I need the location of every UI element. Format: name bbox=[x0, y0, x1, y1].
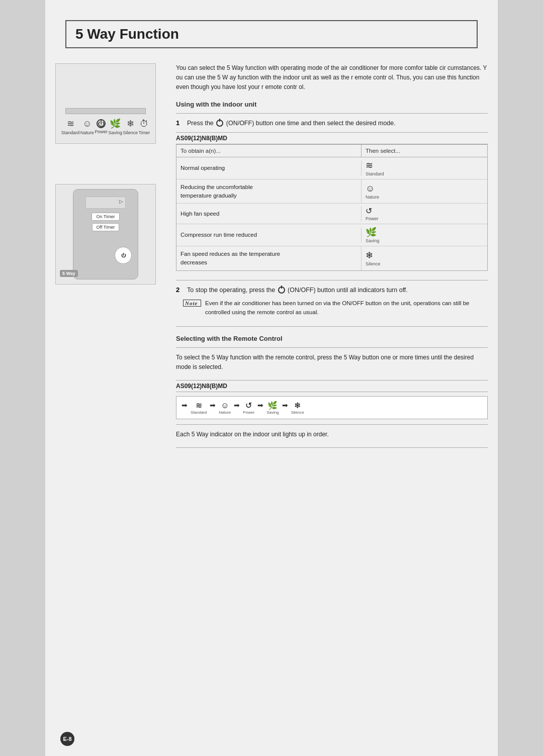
seq-standard-label: Standard bbox=[191, 410, 207, 415]
silence-mode-icon: ❄ bbox=[366, 250, 373, 261]
power-icon: ⏻ bbox=[97, 119, 106, 128]
standard-label: Standard bbox=[61, 130, 80, 135]
on-timer-button[interactable]: On Timer bbox=[92, 213, 119, 221]
mode-table: To obtain a(n)... Then select... Normal … bbox=[176, 144, 488, 271]
table-cell-left-1: Normal operating bbox=[176, 160, 361, 176]
divider-5 bbox=[176, 424, 488, 425]
table-row: Normal operating ≋ Standard bbox=[176, 157, 487, 179]
saving-label: Saving bbox=[108, 130, 122, 135]
table-cell-right-2: ☺ Nature bbox=[361, 181, 487, 202]
power-mode-label: Power bbox=[366, 216, 379, 221]
table-cell-left-5: Fan speed reduces as the temperaturedecr… bbox=[176, 246, 361, 270]
seq-item-silence: ❄ Silence bbox=[291, 401, 304, 415]
seq-arrow-1: ➡ bbox=[210, 401, 216, 409]
page: 5 Way Function ≋ Standard ☺ Nature bbox=[45, 0, 498, 756]
nature-icon-item: ☺ Nature bbox=[80, 119, 94, 135]
step-2-text: To stop the operating, press the (ON/OFF… bbox=[187, 286, 408, 295]
step-1-row: 1 Press the (ON/OFF) button one time and… bbox=[176, 119, 488, 128]
remote-section: Selecting with the Remote Control To sel… bbox=[176, 335, 488, 448]
step-1-block: 1 Press the (ON/OFF) button one time and… bbox=[176, 119, 488, 271]
indoor-section-title: Using with the indoor unit bbox=[176, 101, 488, 108]
intro-text: You can select the 5 Way function with o… bbox=[176, 63, 488, 92]
silence-icon-item: ❄ Silence bbox=[123, 118, 138, 135]
power-button[interactable]: ⏻ bbox=[115, 247, 132, 264]
seq-power-label: Power bbox=[243, 410, 254, 415]
saving-icon-item: 🌿 Saving bbox=[108, 118, 122, 135]
standard-mode-label: Standard bbox=[366, 171, 384, 176]
page-title: 5 Way Function bbox=[75, 26, 179, 42]
content-area: ≋ Standard ☺ Nature ⏻ Power 🌿 Saving bbox=[45, 63, 498, 456]
table-header-left: To obtain a(n)... bbox=[176, 145, 361, 157]
seq-arrow-2: ➡ bbox=[234, 401, 240, 409]
saving-mode-icon: 🌿 bbox=[366, 227, 377, 238]
five-way-badge: 5 Way bbox=[60, 270, 78, 277]
seq-item-saving: 🌿 Saving bbox=[266, 401, 279, 415]
power-mode-icon: ↺ bbox=[366, 206, 372, 216]
divider-6 bbox=[176, 447, 488, 448]
power-icon-inline-1 bbox=[216, 120, 223, 127]
standard-icon: ≋ bbox=[67, 118, 74, 129]
table-cell-right-4: 🌿 Saving bbox=[361, 224, 487, 246]
seq-power-icon: ↺ bbox=[245, 401, 252, 410]
seq-silence-icon: ❄ bbox=[294, 401, 301, 410]
table-cell-left-4: Compressor run time reduced bbox=[176, 227, 361, 243]
display-arrow-icon: ▷ bbox=[119, 199, 123, 204]
standard-icon-item: ≋ Standard bbox=[61, 118, 80, 135]
power-icon-bar-2 bbox=[281, 286, 282, 289]
table-row: High fan speed ↺ Power bbox=[176, 204, 487, 224]
table-cell-right-1: ≋ Standard bbox=[361, 157, 487, 179]
indoor-section: Using with the indoor unit 1 Press the (… bbox=[176, 101, 488, 327]
nature-label: Nature bbox=[80, 130, 94, 135]
divider-4 bbox=[176, 347, 488, 348]
silence-mode-label: Silence bbox=[366, 261, 381, 266]
seq-saving-icon: 🌿 bbox=[267, 401, 278, 410]
nature-icon: ☺ bbox=[82, 119, 92, 129]
nature-mode-label: Nature bbox=[366, 195, 379, 200]
power-icon-inline-2 bbox=[278, 287, 285, 294]
off-timer-button[interactable]: Off Timer bbox=[92, 223, 120, 231]
silence-label: Silence bbox=[123, 130, 138, 135]
step-2-row: 2 To stop the operating, press the (ON/O… bbox=[176, 286, 488, 295]
table-cell-right-5: ❄ Silence bbox=[361, 247, 487, 269]
divider-3 bbox=[176, 326, 488, 327]
page-number: E-8 bbox=[60, 732, 74, 746]
divider-1 bbox=[176, 113, 488, 114]
seq-nature-label: Nature bbox=[219, 410, 231, 415]
seq-standard-icon: ≋ bbox=[196, 401, 202, 410]
table-row: Compressor run time reduced 🌿 Saving bbox=[176, 224, 487, 246]
saving-icon: 🌿 bbox=[110, 118, 121, 129]
power-label: Power bbox=[95, 129, 108, 134]
table-cell-right-3: ↺ Power bbox=[361, 204, 487, 224]
remote-section-title: Selecting with the Remote Control bbox=[176, 335, 488, 342]
title-bar: 5 Way Function bbox=[65, 20, 478, 48]
step-1-text: Press the (ON/OFF) button one time and t… bbox=[187, 119, 396, 128]
model-label-1: AS09(12)N8(B)MD bbox=[176, 132, 488, 144]
right-column: You can select the 5 Way function with o… bbox=[176, 63, 488, 456]
seq-arrow-4: ➡ bbox=[282, 401, 288, 409]
sequence-block: ➡ ≋ Standard ➡ ☺ Nature ➡ ↺ Power bbox=[176, 396, 488, 419]
power-icon-item: ⏻ Power bbox=[95, 119, 108, 134]
footer-text: Each 5 Way indicator on the indoor unit … bbox=[176, 430, 488, 439]
left-spacer bbox=[55, 154, 166, 184]
timer-label: Timer bbox=[139, 130, 150, 135]
remote-display: ▷ bbox=[85, 197, 126, 209]
table-header: To obtain a(n)... Then select... bbox=[176, 145, 487, 157]
remote-section-text: To select the 5 Way function with the re… bbox=[176, 353, 488, 372]
power-icon-bar-1 bbox=[219, 119, 220, 122]
seq-silence-label: Silence bbox=[291, 410, 304, 415]
step-1-number: 1 bbox=[176, 119, 183, 127]
timer-icon-item: ⏱ Timer bbox=[139, 119, 150, 135]
seq-nature-icon: ☺ bbox=[221, 401, 229, 410]
seq-arrow-3: ➡ bbox=[257, 401, 263, 409]
table-header-right: Then select... bbox=[361, 145, 487, 157]
seq-item-power: ↺ Power bbox=[243, 401, 254, 415]
device-icons-row: ≋ Standard ☺ Nature ⏻ Power 🌿 Saving bbox=[61, 118, 150, 135]
seq-item-nature: ☺ Nature bbox=[219, 401, 231, 415]
table-cell-left-3: High fan speed bbox=[176, 206, 361, 222]
saving-mode-label: Saving bbox=[366, 238, 380, 243]
seq-saving-label: Saving bbox=[266, 410, 279, 415]
left-column: ≋ Standard ☺ Nature ⏻ Power 🌿 Saving bbox=[55, 63, 166, 456]
table-cell-left-2: Reducing the uncomfortabletemperature gr… bbox=[176, 179, 361, 203]
seq-item-standard: ≋ Standard bbox=[191, 401, 207, 415]
note-label: Note bbox=[183, 300, 201, 307]
